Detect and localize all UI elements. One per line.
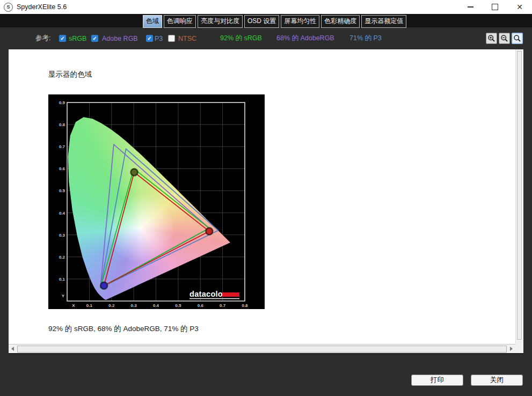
svg-text:0.9: 0.9 <box>59 100 65 105</box>
svg-text:0.1: 0.1 <box>86 303 93 308</box>
window-title: SpyderXElite 5.6 <box>17 3 67 11</box>
magnifier-icon <box>513 34 521 42</box>
svg-text:0.8: 0.8 <box>242 303 248 308</box>
zoom-in-button[interactable] <box>486 33 497 44</box>
close-icon: ✕ <box>516 3 523 11</box>
spyderx-app-window: { "window": { "title": "SpyderXElite 5.6… <box>0 0 532 396</box>
report-page: 显示器的色域 0.10.20.30.40.50.60.70.80.9Y0.10.… <box>9 49 515 344</box>
ntsc-checkbox-label[interactable]: NTSC <box>178 27 196 49</box>
scroll-left-icon <box>11 347 14 351</box>
svg-text:X: X <box>72 303 75 308</box>
panel-bottom-divider <box>9 353 523 354</box>
minimize-button[interactable] <box>458 0 483 14</box>
svg-text:0.4: 0.4 <box>59 211 65 216</box>
app-logo-icon: S <box>4 3 13 12</box>
srgb-coverage-readout: 92% 的 sRGB <box>220 27 262 49</box>
tab-tone-response[interactable]: 色调响应 <box>164 15 196 28</box>
tab-bar: 色域 色调响应 亮度与对比度 OSD 设置 屏幕均匀性 色彩精确度 显示器额定值 <box>143 15 406 28</box>
chart-gamut-layer: 0.10.20.30.40.50.60.70.80.9Y0.10.20.30.4… <box>48 94 265 309</box>
svg-text:0.1: 0.1 <box>59 277 65 282</box>
zoom-reset-button[interactable] <box>512 33 523 44</box>
tab-screen-uniformity[interactable]: 屏幕均匀性 <box>281 15 319 28</box>
vertical-scrollbar-thumb[interactable] <box>517 51 522 340</box>
report-heading: 显示器的色域 <box>48 70 92 79</box>
tab-brightness-contrast[interactable]: 亮度与对比度 <box>198 15 243 28</box>
svg-text:0.3: 0.3 <box>59 233 65 238</box>
svg-text:0.5: 0.5 <box>175 303 181 308</box>
adobergb-checkbox-label[interactable]: Adobe RGB <box>102 27 138 49</box>
svg-text:0.2: 0.2 <box>108 303 115 308</box>
tab-strip: 色域 色调响应 亮度与对比度 OSD 设置 屏幕均匀性 色彩精确度 显示器额定值 <box>0 14 532 27</box>
tab-color-accuracy[interactable]: 色彩精确度 <box>321 15 360 28</box>
cie-chromaticity-chart: 0.10.20.30.40.50.60.70.80.9Y0.10.20.30.4… <box>48 94 265 309</box>
reference-toolbar: 参考: sRGB Adobe RGB P3 NTSC 92% 的 sRGB 68… <box>0 27 532 49</box>
svg-text:0.7: 0.7 <box>220 303 226 308</box>
close-dialog-button[interactable]: 关闭 <box>471 375 523 386</box>
svg-text:0.7: 0.7 <box>59 144 65 149</box>
p3-coverage-readout: 71% 的 P3 <box>349 27 382 49</box>
svg-text:0.4: 0.4 <box>153 303 159 308</box>
svg-text:0.6: 0.6 <box>198 303 204 308</box>
tab-osd-settings[interactable]: OSD 设置 <box>244 15 279 28</box>
window-controls: ✕ <box>458 0 532 14</box>
maximize-icon <box>492 4 498 10</box>
srgb-checkbox[interactable] <box>59 35 66 42</box>
svg-text:0.2: 0.2 <box>59 255 65 260</box>
print-button[interactable]: 打印 <box>411 375 463 386</box>
gamut-summary-caption: 92% 的 sRGB, 68% 的 AdobeRGB, 71% 的 P3 <box>48 324 199 334</box>
scroll-left-button[interactable] <box>9 345 17 353</box>
scroll-right-button[interactable] <box>507 345 515 353</box>
horizontal-scrollbar-thumb[interactable] <box>17 346 507 353</box>
tab-gamut[interactable]: 色域 <box>143 15 162 28</box>
srgb-checkbox-label[interactable]: sRGB <box>69 27 86 49</box>
minimize-icon <box>468 6 473 8</box>
svg-text:0.3: 0.3 <box>131 303 137 308</box>
zoom-out-icon <box>500 34 508 42</box>
zoom-in-icon <box>487 34 495 42</box>
vertical-scrollbar[interactable] <box>515 49 523 344</box>
svg-text:Y: Y <box>62 294 65 298</box>
horizontal-scrollbar[interactable] <box>9 344 515 353</box>
svg-text:0.5: 0.5 <box>59 188 65 193</box>
reference-label: 参考: <box>35 27 50 49</box>
tab-display-rating[interactable]: 显示器额定值 <box>361 15 406 28</box>
close-button[interactable]: ✕ <box>507 0 532 14</box>
svg-text:0.8: 0.8 <box>59 122 65 127</box>
adobergb-checkbox[interactable] <box>91 35 98 42</box>
ntsc-checkbox[interactable] <box>168 35 175 42</box>
p3-checkbox-label[interactable]: P3 <box>155 27 163 49</box>
svg-text:0.6: 0.6 <box>59 166 65 171</box>
maximize-button[interactable] <box>483 0 507 14</box>
scroll-right-icon <box>510 347 513 351</box>
p3-checkbox[interactable] <box>146 35 153 42</box>
zoom-out-button[interactable] <box>499 33 510 44</box>
zoom-controls <box>486 27 523 49</box>
scrollbar-corner <box>515 344 523 353</box>
svg-text:datacolor: datacolor <box>190 290 226 298</box>
report-panel: 显示器的色域 0.10.20.30.40.50.60.70.80.9Y0.10.… <box>9 49 523 344</box>
titlebar: S SpyderXElite 5.6 ✕ <box>0 0 532 14</box>
adobergb-coverage-readout: 68% 的 AdobeRGB <box>276 27 334 49</box>
